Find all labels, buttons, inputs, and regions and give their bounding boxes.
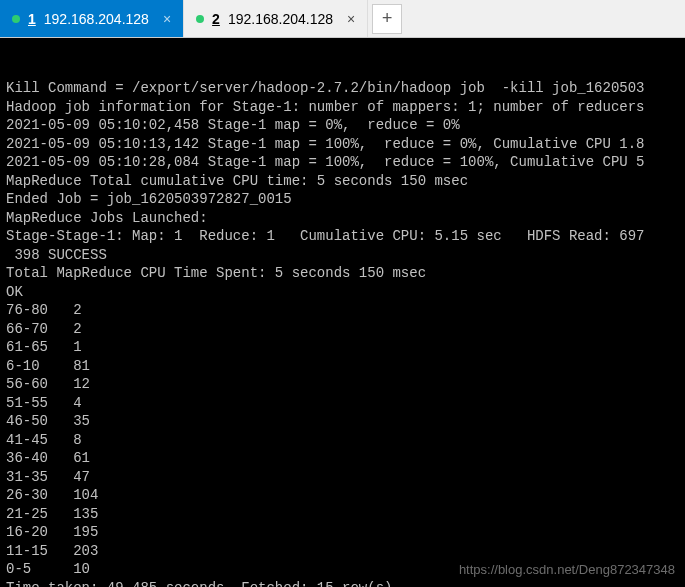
- terminal-line: 31-35 47: [6, 468, 679, 487]
- close-icon[interactable]: ×: [163, 11, 171, 27]
- terminal-line: MapReduce Total cumulative CPU time: 5 s…: [6, 172, 679, 191]
- terminal-line: 66-70 2: [6, 320, 679, 339]
- tab-active[interactable]: 1 192.168.204.128 ×: [0, 0, 184, 37]
- terminal-line: 36-40 61: [6, 449, 679, 468]
- tab-label: 192.168.204.128: [44, 11, 149, 27]
- terminal-line: MapReduce Jobs Launched:: [6, 209, 679, 228]
- tab-number: 2: [212, 11, 220, 27]
- tab-bar: 1 192.168.204.128 × 2 192.168.204.128 × …: [0, 0, 685, 38]
- terminal-line: 61-65 1: [6, 338, 679, 357]
- terminal-line: Hadoop job information for Stage-1: numb…: [6, 98, 679, 117]
- tab-label: 192.168.204.128: [228, 11, 333, 27]
- terminal-line: 21-25 135: [6, 505, 679, 524]
- terminal-line: Total MapReduce CPU Time Spent: 5 second…: [6, 264, 679, 283]
- new-tab-button[interactable]: +: [372, 4, 402, 34]
- terminal-line: Stage-Stage-1: Map: 1 Reduce: 1 Cumulati…: [6, 227, 679, 246]
- terminal-line: 46-50 35: [6, 412, 679, 431]
- terminal-line: 2021-05-09 05:10:02,458 Stage-1 map = 0%…: [6, 116, 679, 135]
- watermark: https://blog.csdn.net/Deng872347348: [459, 561, 675, 580]
- terminal-line: 2021-05-09 05:10:13,142 Stage-1 map = 10…: [6, 135, 679, 154]
- terminal-line: 41-45 8: [6, 431, 679, 450]
- terminal-lines: Kill Command = /export/server/hadoop-2.7…: [6, 79, 679, 587]
- terminal-line: 76-80 2: [6, 301, 679, 320]
- terminal-line: Time taken: 49.485 seconds, Fetched: 15 …: [6, 579, 679, 588]
- terminal-line: 56-60 12: [6, 375, 679, 394]
- terminal-line: 11-15 203: [6, 542, 679, 561]
- terminal-line: Kill Command = /export/server/hadoop-2.7…: [6, 79, 679, 98]
- terminal-line: 398 SUCCESS: [6, 246, 679, 265]
- terminal-output[interactable]: Kill Command = /export/server/hadoop-2.7…: [0, 38, 685, 587]
- terminal-line: 2021-05-09 05:10:28,084 Stage-1 map = 10…: [6, 153, 679, 172]
- terminal-line: 6-10 81: [6, 357, 679, 376]
- terminal-line: 16-20 195: [6, 523, 679, 542]
- tab-number: 1: [28, 11, 36, 27]
- tab-inactive[interactable]: 2 192.168.204.128 ×: [184, 0, 368, 37]
- terminal-line: 51-55 4: [6, 394, 679, 413]
- terminal-line: Ended Job = job_1620503972827_0015: [6, 190, 679, 209]
- terminal-line: OK: [6, 283, 679, 302]
- status-dot-icon: [12, 15, 20, 23]
- status-dot-icon: [196, 15, 204, 23]
- terminal-line: 26-30 104: [6, 486, 679, 505]
- close-icon[interactable]: ×: [347, 11, 355, 27]
- plus-icon: +: [382, 9, 393, 29]
